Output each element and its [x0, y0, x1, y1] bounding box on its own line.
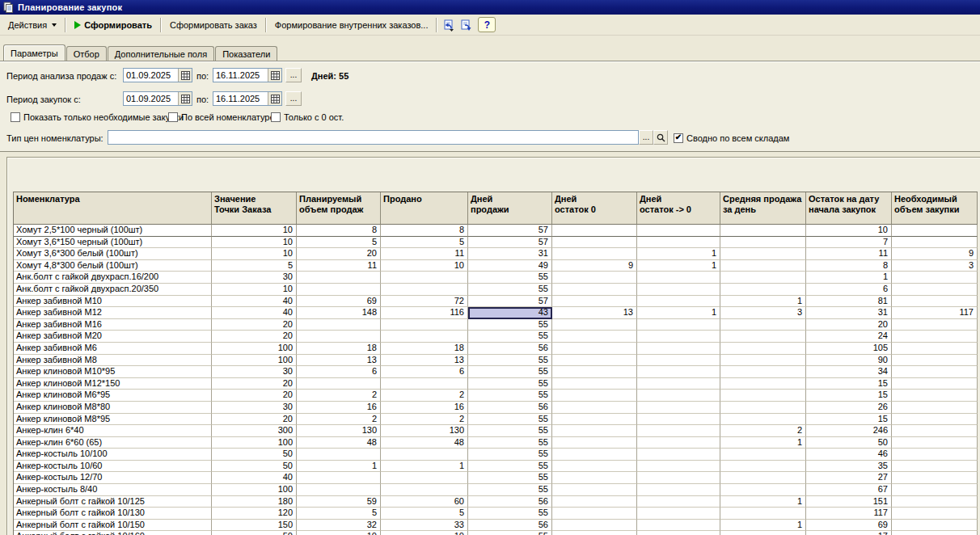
table-cell[interactable]	[892, 520, 978, 532]
table-cell[interactable]: 55	[468, 319, 552, 331]
table-cell[interactable]	[637, 496, 720, 508]
table-cell[interactable]: 56	[468, 520, 552, 532]
table-cell[interactable]	[552, 402, 637, 414]
table-cell[interactable]	[552, 343, 637, 355]
table-cell[interactable]: 59	[297, 496, 381, 508]
table-cell[interactable]	[637, 237, 720, 249]
table-cell[interactable]	[637, 484, 720, 496]
table-cell[interactable]	[720, 237, 806, 249]
table-cell[interactable]	[552, 284, 637, 296]
table-cell[interactable]: 180	[212, 496, 297, 508]
table-cell[interactable]: 9	[892, 248, 978, 260]
column-header-3[interactable]: Продано	[381, 192, 468, 225]
table-cell[interactable]: 18	[297, 343, 381, 355]
table-cell[interactable]: 15	[806, 378, 892, 390]
table-cell[interactable]: 69	[297, 296, 381, 308]
table-cell[interactable]	[297, 331, 381, 343]
table-cell[interactable]	[297, 472, 381, 484]
table-cell[interactable]: 20	[212, 390, 297, 402]
table-cell[interactable]: 33	[381, 520, 468, 532]
nomenclature-cell[interactable]: Анкерный болт с гайкой 10/130	[14, 508, 212, 520]
table-cell[interactable]: 55	[468, 331, 552, 343]
nomenclature-cell[interactable]: Анкер забивной М20	[14, 331, 212, 343]
table-cell[interactable]	[552, 496, 637, 508]
table-cell[interactable]: 35	[806, 461, 892, 473]
table-cell[interactable]	[552, 472, 637, 484]
table-cell[interactable]: 150	[212, 520, 297, 532]
table-cell[interactable]: 40	[212, 296, 297, 308]
table-cell[interactable]	[297, 378, 381, 390]
checkbox-summary-all-warehouses[interactable]: ✔Сводно по всем складам	[674, 133, 789, 143]
table-cell[interactable]: 57	[468, 296, 552, 308]
save-values-button[interactable]	[457, 17, 475, 33]
table-cell[interactable]	[552, 484, 637, 496]
table-cell[interactable]	[637, 272, 720, 284]
table-cell[interactable]	[892, 296, 978, 308]
table-cell[interactable]	[381, 449, 468, 461]
table-cell[interactable]	[720, 225, 806, 237]
table-cell[interactable]: 10	[381, 531, 468, 535]
column-header-2[interactable]: Планируемыйобъем продаж	[297, 192, 381, 225]
checkbox-only-zero-balance[interactable]: Только с 0 ост.	[271, 112, 344, 122]
table-cell[interactable]: 55	[468, 272, 552, 284]
table-cell[interactable]: 90	[806, 355, 892, 367]
price-type-input[interactable]	[108, 130, 639, 145]
tab-1[interactable]: Отбор	[66, 46, 107, 61]
table-cell[interactable]	[637, 343, 720, 355]
table-cell[interactable]: 31	[468, 248, 552, 260]
nomenclature-cell[interactable]: Анкер клиновой М10*95	[14, 366, 212, 378]
table-cell[interactable]	[720, 414, 806, 426]
table-cell[interactable]	[552, 355, 637, 367]
table-cell[interactable]	[637, 472, 720, 484]
table-cell[interactable]	[720, 472, 806, 484]
table-cell[interactable]	[892, 390, 978, 402]
table-cell[interactable]: 1	[637, 248, 720, 260]
nomenclature-cell[interactable]: Анкерный болт с гайкой 10/160	[14, 531, 212, 535]
checkbox-all-nomenclature[interactable]: По всей номенклатуре	[168, 112, 275, 122]
column-header-4[interactable]: Днейпродажи	[468, 192, 552, 225]
table-cell[interactable]	[637, 331, 720, 343]
table-cell[interactable]	[381, 484, 468, 496]
column-header-0[interactable]: Номенклатура	[14, 192, 212, 225]
help-button[interactable]: ?	[478, 17, 496, 32]
table-cell[interactable]: 67	[806, 484, 892, 496]
nomenclature-cell[interactable]: Анкер-клин 6*60 (65)	[14, 437, 212, 449]
table-cell[interactable]: 16	[381, 402, 468, 414]
table-cell[interactable]	[297, 284, 381, 296]
checkbox-box[interactable]	[168, 112, 178, 122]
table-cell[interactable]: 100	[212, 437, 297, 449]
table-cell[interactable]: 20	[212, 414, 297, 426]
table-cell[interactable]	[720, 248, 806, 260]
nomenclature-cell[interactable]: Хомут 3,6*300 белый (100шт)	[14, 248, 212, 260]
nomenclature-cell[interactable]: Анкер забивной М8	[14, 355, 212, 367]
table-cell[interactable]	[637, 284, 720, 296]
table-cell[interactable]	[552, 378, 637, 390]
table-cell[interactable]: 40	[212, 472, 297, 484]
table-cell[interactable]: 55	[468, 390, 552, 402]
table-cell[interactable]: 5	[212, 260, 297, 272]
table-cell[interactable]	[552, 319, 637, 331]
table-cell[interactable]: 100	[212, 484, 297, 496]
table-cell[interactable]	[297, 272, 381, 284]
table-cell[interactable]: 55	[468, 378, 552, 390]
nomenclature-cell[interactable]: Анкер клиновой М12*150	[14, 378, 212, 390]
table-cell[interactable]: 2	[381, 390, 468, 402]
table-cell[interactable]: 48	[381, 437, 468, 449]
nomenclature-cell[interactable]: Анкер клиновой М8*80	[14, 402, 212, 414]
nomenclature-cell[interactable]: Анкер забивной М10	[14, 296, 212, 308]
table-cell[interactable]: 17	[806, 531, 892, 535]
tab-3[interactable]: Показатели	[215, 46, 277, 61]
table-cell[interactable]: 300	[212, 425, 297, 437]
table-cell[interactable]	[892, 496, 978, 508]
table-cell[interactable]: 120	[212, 508, 297, 520]
table-cell[interactable]: 1	[381, 461, 468, 473]
purchase-period-picker-button[interactable]: ...	[285, 91, 302, 106]
table-cell[interactable]	[637, 355, 720, 367]
table-cell[interactable]	[297, 484, 381, 496]
table-cell[interactable]: 56	[468, 496, 552, 508]
table-cell[interactable]	[637, 425, 720, 437]
checkbox-box[interactable]	[271, 112, 281, 122]
table-cell[interactable]: 43	[468, 307, 552, 319]
table-cell[interactable]: 3	[720, 307, 806, 319]
table-cell[interactable]	[892, 378, 978, 390]
